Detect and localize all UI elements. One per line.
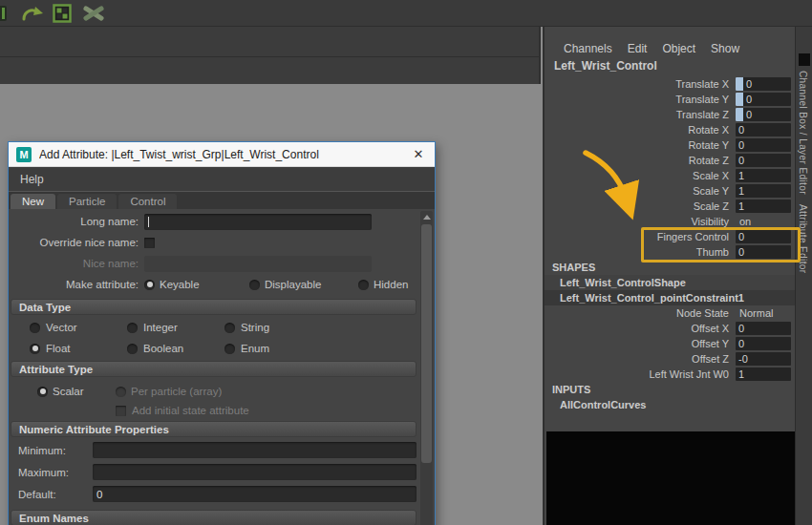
channel-value-field[interactable]: -0 (736, 352, 791, 366)
string-option: String (224, 322, 322, 333)
menu-show[interactable]: Show (711, 42, 739, 55)
numeric-properties-header: Numeric Attribute Properties (11, 421, 417, 437)
menu-channels[interactable]: Channels (564, 42, 612, 55)
channel-label[interactable]: Left Wrist Jnt W0 (545, 368, 736, 380)
enum-radio[interactable] (224, 344, 235, 354)
channel-label[interactable]: Offset Y (545, 338, 736, 349)
dialog-scrollbar[interactable] (420, 211, 433, 525)
input-node-name[interactable]: AllControlCurves (545, 397, 795, 412)
inputs-header: INPUTS (545, 382, 795, 397)
tab-channel-box-layer-editor[interactable]: Channel Box / Layer Editor (798, 71, 808, 195)
boolean-radio[interactable] (127, 344, 138, 354)
status-line-icons (0, 4, 107, 23)
channel-row: Node State Normal (545, 305, 795, 321)
long-name-input[interactable] (144, 214, 372, 230)
hidden-option: Hidden (358, 279, 408, 290)
channel-value-field[interactable]: 0 (736, 138, 791, 152)
channel-row: Rotate X 0 (545, 122, 795, 137)
channel-value-field[interactable]: 0 (736, 123, 791, 136)
channel-value-field[interactable]: 0 (736, 322, 791, 335)
displayable-option: Displayable (249, 279, 354, 290)
channel-value-field[interactable]: 1 (736, 169, 791, 182)
menu-object[interactable]: Object (662, 42, 695, 55)
dialog-titlebar[interactable]: M Add Attribute: |Left_Twist_wrist_Grp|L… (9, 142, 435, 167)
shape-node-name[interactable]: Left_Wrist_ControlShape (545, 275, 795, 290)
string-radio[interactable] (224, 323, 235, 333)
maya-logo-icon: M (16, 147, 32, 162)
make-attribute-row: Make attribute: Keyable Displayable Hidd… (9, 274, 435, 295)
integer-radio[interactable] (127, 323, 138, 333)
channel-value-field[interactable]: 0 (736, 108, 791, 121)
text-caret (148, 217, 149, 227)
channel-value: 0 (738, 155, 744, 166)
selected-object-name[interactable]: Left_Wrist_Control (545, 57, 795, 74)
magnet-snap-icon[interactable] (0, 4, 11, 23)
channel-value-field[interactable]: 1 (736, 200, 791, 213)
tab-control[interactable]: Control (118, 194, 177, 209)
initial-state-checkbox (116, 406, 126, 416)
enum-label: Enum (241, 343, 269, 354)
channel-value-field[interactable]: 0 (736, 77, 791, 91)
channel-value[interactable]: on (736, 216, 751, 227)
vector-radio[interactable] (30, 323, 40, 333)
menu-edit[interactable]: Edit (628, 42, 648, 55)
nice-name-label: Nice name: (9, 258, 144, 269)
tab-new[interactable]: New (11, 194, 55, 209)
vector-label: Vector (46, 322, 77, 333)
channel-label[interactable]: Translate X (545, 78, 736, 90)
data-type-header: Data Type (11, 299, 417, 315)
long-name-label: Long name: (9, 216, 144, 227)
attribute-type-row: Scalar Per particle (array) (9, 381, 435, 402)
channel-row: Translate X 0 (545, 76, 795, 92)
minimum-input[interactable] (93, 442, 417, 458)
scalar-radio[interactable] (37, 387, 48, 397)
grid-snap-icon[interactable] (53, 4, 72, 23)
channel-label[interactable]: Rotate X (545, 124, 736, 136)
constraint-node-name[interactable]: Left_Wrist_Control_pointConstraint1 (545, 290, 795, 305)
channel-value: 0 (746, 94, 752, 105)
channel-value-field[interactable]: 0 (736, 337, 791, 350)
scrollbar-thumb[interactable] (421, 224, 432, 463)
selected-channel-marker (736, 93, 743, 106)
string-label: String (241, 322, 269, 333)
channel-value: 1 (738, 185, 744, 197)
maximum-input[interactable] (93, 464, 417, 480)
curved-arrow-icon[interactable] (19, 4, 44, 23)
maximum-label: Maximum: (18, 467, 93, 478)
channel-label[interactable]: Node State (545, 307, 736, 319)
channel-value[interactable]: Normal (736, 307, 773, 319)
channel-value-field[interactable]: 1 (736, 184, 791, 198)
channel-value: 0 (738, 338, 744, 349)
keyable-option: Keyable (144, 279, 240, 290)
minimum-row: Minimum: (9, 439, 435, 461)
panel-toggle-icon[interactable] (799, 53, 810, 66)
channel-label[interactable]: Translate Z (545, 109, 736, 120)
scroll-up-icon[interactable] (420, 211, 433, 222)
attribute-type-header: Attribute Type (11, 361, 417, 377)
channel-value-field[interactable]: 1 (736, 368, 791, 381)
override-nice-name-row: Override nice name: (9, 232, 435, 253)
tab-particle[interactable]: Particle (57, 194, 117, 209)
channel-label[interactable]: Translate Y (545, 94, 736, 105)
scalar-label: Scalar (53, 386, 84, 397)
keyable-radio[interactable] (144, 280, 155, 290)
menu-help[interactable]: Help (20, 173, 44, 186)
boolean-option: Boolean (127, 343, 224, 354)
default-input[interactable]: 0 (93, 486, 417, 502)
dialog-title: Add Attribute: |Left_Twist_wrist_Grp|Lef… (39, 148, 319, 161)
enum-option: Enum (224, 343, 322, 354)
channel-value-field[interactable]: 0 (736, 154, 791, 167)
float-radio[interactable] (30, 344, 40, 354)
crossed-tools-icon[interactable] (80, 4, 107, 23)
channel-value-field[interactable]: 0 (736, 93, 791, 106)
channel-label[interactable]: Offset X (545, 323, 736, 334)
override-nice-name-checkbox[interactable] (144, 238, 155, 248)
initial-state-label: Add initial state attribute (132, 405, 249, 416)
override-nice-name-label: Override nice name: (9, 237, 144, 248)
hidden-radio[interactable] (358, 280, 369, 290)
displayable-radio[interactable] (249, 280, 260, 290)
close-icon[interactable]: ✕ (402, 142, 435, 167)
channel-label[interactable]: Offset Z (545, 353, 736, 365)
dialog-menubar: Help (9, 167, 435, 192)
per-particle-option: Per particle (array) (116, 386, 268, 397)
